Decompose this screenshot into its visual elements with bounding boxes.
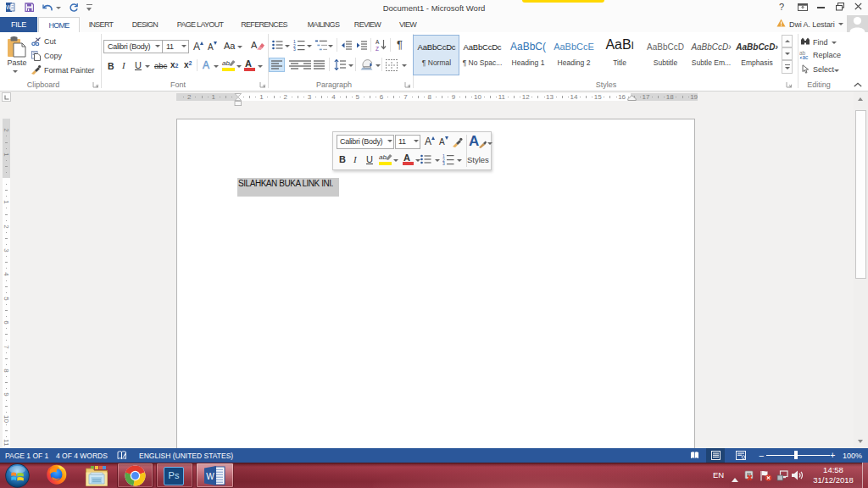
svg-text:3: 3	[442, 161, 445, 165]
svg-text:3: 3	[293, 47, 296, 51]
svg-text:ac: ac	[803, 54, 810, 60]
svg-text:Z: Z	[376, 46, 379, 52]
svg-text:W: W	[206, 472, 214, 481]
svg-text:A: A	[376, 39, 380, 45]
